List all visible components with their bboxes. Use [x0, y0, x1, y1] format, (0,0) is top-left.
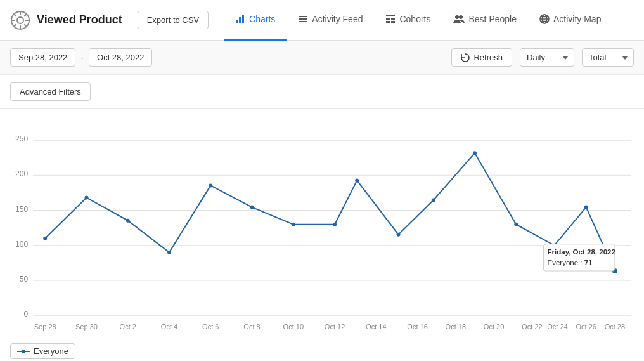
- export-csv-button[interactable]: Export to CSV: [138, 11, 209, 29]
- tab-activity-feed[interactable]: Activity Feed: [287, 0, 374, 41]
- refresh-icon: [461, 53, 470, 62]
- svg-rect-10: [236, 20, 238, 23]
- refresh-button[interactable]: Refresh: [451, 48, 512, 67]
- svg-line-8: [24, 13, 27, 16]
- page-title: Viewed Product: [37, 13, 122, 27]
- line-chart: 0 50 100 150 200 250: [10, 119, 634, 336]
- data-point: [584, 206, 588, 209]
- app-logo: Viewed Product: [10, 10, 122, 30]
- svg-rect-18: [391, 18, 395, 20]
- svg-rect-17: [386, 18, 390, 20]
- tab-charts[interactable]: Charts: [224, 0, 287, 41]
- svg-rect-16: [386, 15, 395, 16]
- tooltip-value: Everyone : 71: [547, 259, 593, 266]
- aggregation-select[interactable]: Total Unique: [582, 48, 634, 67]
- data-point: [209, 183, 212, 187]
- svg-rect-15: [299, 21, 307, 22]
- table-icon: [385, 14, 396, 24]
- data-point: [333, 223, 337, 226]
- data-point: [473, 151, 477, 155]
- chart-area: 0 50 100 150 200 250: [0, 109, 644, 336]
- legend-line-icon: [17, 349, 30, 354]
- svg-text:Oct 8: Oct 8: [243, 323, 260, 331]
- bar-chart-icon: [235, 14, 245, 24]
- svg-text:Oct 22: Oct 22: [522, 323, 543, 331]
- svg-text:Oct 24: Oct 24: [547, 323, 568, 331]
- svg-text:Oct 4: Oct 4: [161, 323, 177, 331]
- svg-rect-20: [391, 21, 395, 23]
- people-icon: [453, 14, 465, 24]
- data-point: [126, 219, 130, 223]
- svg-rect-11: [239, 17, 241, 23]
- svg-point-21: [455, 15, 459, 19]
- list-icon: [298, 14, 308, 24]
- data-point: [292, 223, 295, 226]
- svg-line-6: [14, 13, 16, 16]
- svg-point-1: [17, 17, 23, 23]
- chart-legend: Everyone: [0, 336, 644, 361]
- svg-rect-19: [386, 21, 390, 23]
- toolbar: Sep 28, 2022 - Oct 28, 2022 Refresh Dail…: [0, 41, 644, 75]
- svg-text:Oct 10: Oct 10: [283, 323, 304, 331]
- tab-activity-map[interactable]: Activity Map: [528, 0, 612, 41]
- svg-line-9: [14, 24, 16, 27]
- globe-icon: [539, 14, 550, 24]
- tab-best-people[interactable]: Best People: [442, 0, 528, 41]
- interval-select[interactable]: Daily Weekly Monthly: [520, 48, 574, 67]
- svg-text:Oct 12: Oct 12: [325, 323, 345, 331]
- svg-point-57: [22, 350, 25, 353]
- svg-text:Oct 28: Oct 28: [605, 323, 626, 331]
- data-point: [84, 195, 88, 199]
- data-point: [167, 251, 171, 254]
- legend-label: Everyone: [34, 346, 68, 356]
- data-point: [355, 178, 359, 182]
- svg-text:Oct 14: Oct 14: [366, 323, 387, 331]
- legend-item-everyone[interactable]: Everyone: [10, 343, 75, 359]
- svg-text:Oct 20: Oct 20: [484, 323, 505, 331]
- svg-point-22: [459, 15, 463, 19]
- date-range-picker: Sep 28, 2022 - Oct 28, 2022: [10, 48, 152, 67]
- svg-rect-13: [299, 16, 307, 17]
- svg-text:0: 0: [23, 310, 28, 318]
- advanced-filters-button[interactable]: Advanced Filters: [10, 82, 91, 101]
- chart-line: [45, 153, 615, 271]
- data-point: [514, 223, 518, 226]
- gear-icon: [10, 10, 30, 30]
- svg-text:Oct 18: Oct 18: [446, 323, 467, 331]
- data-point: [432, 199, 435, 202]
- data-point: [250, 206, 254, 209]
- date-start-button[interactable]: Sep 28, 2022: [10, 48, 75, 67]
- svg-text:200: 200: [15, 169, 28, 178]
- date-separator: -: [80, 53, 84, 63]
- svg-text:50: 50: [20, 275, 29, 284]
- svg-rect-14: [299, 18, 307, 20]
- svg-text:Sep 28: Sep 28: [34, 323, 56, 331]
- svg-text:100: 100: [15, 240, 28, 249]
- svg-text:250: 250: [15, 135, 28, 143]
- svg-text:150: 150: [15, 205, 28, 214]
- svg-text:Sep 30: Sep 30: [75, 323, 98, 331]
- filters-row: Advanced Filters: [0, 75, 644, 109]
- svg-line-7: [24, 24, 27, 27]
- nav-tabs: Charts Activity Feed Cohorts Best People…: [224, 0, 612, 41]
- data-point: [43, 237, 47, 240]
- svg-text:Oct 2: Oct 2: [120, 323, 136, 331]
- svg-rect-12: [242, 15, 244, 23]
- tab-cohorts[interactable]: Cohorts: [374, 0, 442, 41]
- tooltip-date: Friday, Oct 28, 2022: [547, 248, 615, 256]
- date-end-button[interactable]: Oct 28, 2022: [89, 48, 152, 67]
- svg-text:Oct 26: Oct 26: [576, 323, 596, 331]
- svg-text:Oct 16: Oct 16: [407, 323, 428, 331]
- svg-text:Oct 6: Oct 6: [202, 323, 219, 331]
- data-point: [396, 233, 400, 237]
